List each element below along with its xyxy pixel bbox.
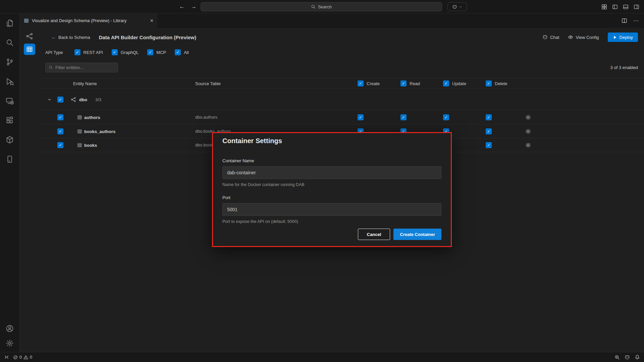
database-disk-icon [6, 155, 14, 163]
eye-icon [568, 35, 573, 40]
row-checkbox[interactable]: ✓ [57, 142, 63, 148]
activitybar-item-source-control[interactable] [0, 52, 20, 72]
create-all-checkbox[interactable]: ✓ [358, 80, 364, 86]
row-settings-button[interactable] [525, 128, 531, 134]
source-table: dbo.authors [195, 115, 217, 120]
activitybar-item-explorer[interactable] [0, 13, 20, 33]
problems-indicator[interactable]: 0 0 [13, 355, 32, 360]
row-settings-button[interactable] [525, 114, 531, 120]
schema-view-button[interactable] [24, 31, 35, 42]
delete-all-checkbox[interactable]: ✓ [486, 80, 492, 86]
split-editor-icon[interactable] [622, 18, 627, 23]
editor-more-actions-icon[interactable]: ⋯ [633, 17, 639, 24]
update-header: Update [452, 81, 466, 86]
zoom-icon[interactable] [614, 355, 620, 360]
read-all-checkbox[interactable]: ✓ [400, 80, 407, 86]
cancel-button[interactable]: Cancel [358, 229, 390, 240]
dialog-title: Container Settings [222, 137, 441, 145]
search-icon [6, 39, 14, 47]
nav-back-icon[interactable]: ← [179, 3, 185, 10]
activitybar-item-database-projects[interactable] [0, 130, 20, 149]
filter-entities-input[interactable] [55, 65, 115, 70]
update-all-checkbox[interactable]: ✓ [443, 80, 449, 86]
activitybar-item-extensions[interactable] [0, 111, 20, 130]
all-checkbox[interactable]: ✓ [175, 49, 181, 55]
graphql-checkbox[interactable]: ✓ [112, 49, 118, 55]
container-name-help: Name for the Docker container running DA… [222, 182, 441, 187]
chevron-down-icon [459, 5, 463, 9]
copilot-chat-icon [542, 35, 548, 40]
api-type-rest[interactable]: ✓ REST API [74, 49, 103, 55]
group-collapse-chevron-icon[interactable] [47, 97, 52, 102]
delete-checkbox[interactable]: ✓ [486, 142, 492, 148]
search-icon [311, 4, 316, 9]
table-config-icon [26, 46, 33, 53]
status-bar: 0 0 [0, 352, 644, 362]
back-label: Back to Schema [58, 35, 90, 40]
table-row[interactable]: ✓ authors dbo.authors ✓ ✓ ✓ ✓ [39, 110, 644, 124]
copilot-menu-button[interactable] [447, 2, 467, 11]
notifications-bell-icon[interactable] [635, 355, 640, 360]
gear-icon [525, 114, 531, 120]
deploy-button[interactable]: Deploy [608, 33, 638, 42]
port-help: Port to expose the API on (default: 5000… [222, 219, 441, 224]
tab-close-icon[interactable]: × [150, 18, 153, 24]
warning-count: 0 [30, 355, 32, 360]
row-checkbox[interactable]: ✓ [57, 128, 63, 134]
command-center-search[interactable]: Search [201, 2, 442, 11]
copilot-icon [452, 4, 457, 9]
enabled-summary: 3 of 3 enabled [610, 63, 638, 72]
activitybar-item-remote-explorer[interactable] [0, 91, 20, 111]
row-checkbox[interactable]: ✓ [57, 114, 63, 120]
extensions-icon [6, 116, 14, 124]
container-name-field[interactable] [222, 166, 441, 179]
back-to-schema-link[interactable]: ← Back to Schema [51, 35, 90, 40]
table-icon [77, 129, 82, 134]
read-header: Read [410, 81, 420, 86]
git-branch-icon [6, 58, 14, 66]
hierarchy-icon [26, 33, 33, 40]
create-container-button[interactable]: Create Container [393, 229, 441, 240]
page-title: Data API Builder Configuration (Preview) [99, 35, 196, 40]
update-checkbox[interactable]: ✓ [443, 114, 449, 120]
search-icon [49, 65, 53, 70]
api-type-graphql[interactable]: ✓ GraphQL [112, 49, 139, 55]
toggle-primary-sidebar-icon[interactable] [612, 4, 618, 10]
activitybar-item-search[interactable] [0, 33, 20, 52]
dab-config-view-button[interactable] [24, 44, 35, 55]
api-type-all[interactable]: ✓ All [175, 49, 189, 55]
toggle-panel-icon[interactable] [623, 4, 629, 10]
view-config-button[interactable]: View Config [568, 35, 599, 40]
customize-layout-icon[interactable] [601, 4, 607, 10]
nav-forward-icon[interactable]: → [191, 3, 197, 10]
api-type-mcp[interactable]: ✓ MCP [147, 49, 166, 55]
toggle-secondary-sidebar-icon[interactable] [634, 4, 639, 10]
row-settings-button[interactable] [525, 142, 531, 148]
delete-checkbox[interactable]: ✓ [486, 128, 492, 134]
editor-tab[interactable]: Visualize and Design Schema (Preview) - … [20, 13, 157, 28]
port-field[interactable] [222, 203, 441, 216]
rest-api-label: REST API [84, 50, 103, 55]
rest-api-checkbox[interactable]: ✓ [74, 49, 80, 55]
error-count: 0 [19, 355, 22, 360]
delete-header: Delete [495, 81, 507, 86]
play-icon [613, 35, 617, 40]
remote-indicator-icon[interactable] [4, 355, 9, 360]
activitybar-item-settings[interactable] [0, 336, 20, 351]
package-cube-icon [6, 136, 14, 144]
all-label: All [184, 50, 189, 55]
activitybar-item-accounts[interactable] [0, 321, 20, 336]
group-checkbox[interactable]: ✓ [57, 97, 63, 103]
create-checkbox[interactable]: ✓ [358, 114, 364, 120]
schema-group-row[interactable]: ✓ dbo 3/3 [39, 89, 644, 110]
schema-designer-icon [24, 18, 29, 23]
warnings-icon [23, 355, 28, 360]
delete-checkbox[interactable]: ✓ [486, 114, 492, 120]
copilot-status-icon[interactable] [625, 355, 630, 360]
chat-button[interactable]: Chat [542, 35, 559, 40]
activitybar-item-run-debug[interactable] [0, 72, 20, 91]
mcp-checkbox[interactable]: ✓ [147, 49, 153, 55]
errors-icon [13, 355, 18, 360]
read-checkbox[interactable]: ✓ [400, 114, 407, 120]
activitybar-item-sql-server[interactable] [0, 149, 20, 169]
